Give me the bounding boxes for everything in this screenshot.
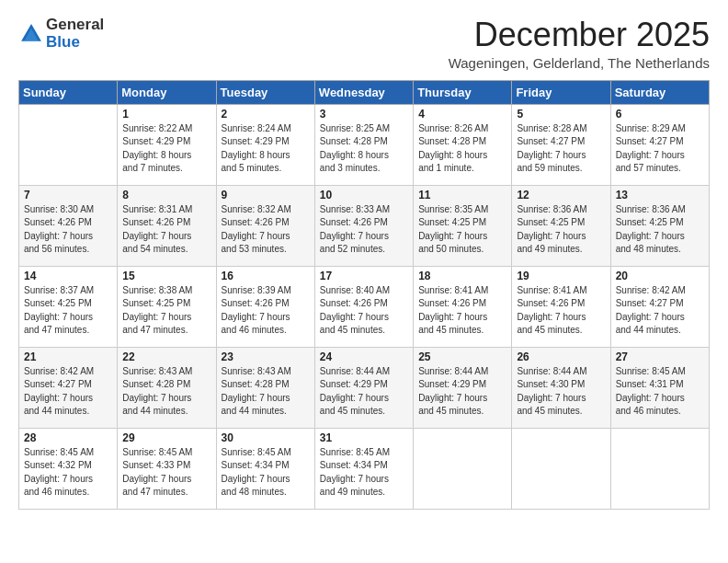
day-number: 18 bbox=[418, 270, 506, 282]
day-info: Sunrise: 8:29 AM Sunset: 4:27 PM Dayligh… bbox=[616, 122, 704, 176]
table-row: 21Sunrise: 8:42 AM Sunset: 4:27 PM Dayli… bbox=[19, 347, 118, 428]
day-number: 25 bbox=[418, 350, 506, 363]
day-number: 7 bbox=[24, 189, 112, 201]
day-info: Sunrise: 8:36 AM Sunset: 4:25 PM Dayligh… bbox=[616, 203, 704, 257]
day-number: 26 bbox=[517, 350, 605, 363]
day-number: 13 bbox=[616, 189, 704, 201]
day-number: 2 bbox=[222, 108, 310, 121]
day-info: Sunrise: 8:22 AM Sunset: 4:29 PM Dayligh… bbox=[122, 122, 210, 176]
calendar-week-row: 7Sunrise: 8:30 AM Sunset: 4:26 PM Daylig… bbox=[19, 185, 710, 266]
col-saturday: Saturday bbox=[610, 80, 709, 104]
day-info: Sunrise: 8:24 AM Sunset: 4:29 PM Dayligh… bbox=[222, 122, 310, 176]
table-row: 28Sunrise: 8:45 AM Sunset: 4:32 PM Dayli… bbox=[19, 428, 118, 509]
day-info: Sunrise: 8:41 AM Sunset: 4:26 PM Dayligh… bbox=[517, 284, 605, 338]
col-sunday: Sunday bbox=[19, 80, 118, 104]
day-number: 9 bbox=[222, 189, 310, 201]
table-row: 13Sunrise: 8:36 AM Sunset: 4:25 PM Dayli… bbox=[610, 185, 709, 266]
day-number: 5 bbox=[517, 108, 605, 121]
table-row: 3Sunrise: 8:25 AM Sunset: 4:28 PM Daylig… bbox=[314, 104, 413, 185]
day-info: Sunrise: 8:37 AM Sunset: 4:25 PM Dayligh… bbox=[24, 284, 112, 338]
table-row: 20Sunrise: 8:42 AM Sunset: 4:27 PM Dayli… bbox=[610, 266, 709, 347]
table-row: 4Sunrise: 8:26 AM Sunset: 4:28 PM Daylig… bbox=[414, 104, 512, 185]
day-info: Sunrise: 8:44 AM Sunset: 4:30 PM Dayligh… bbox=[517, 365, 605, 419]
day-info: Sunrise: 8:44 AM Sunset: 4:29 PM Dayligh… bbox=[320, 365, 408, 419]
day-number: 4 bbox=[418, 108, 506, 121]
day-number: 20 bbox=[616, 270, 704, 282]
table-row: 31Sunrise: 8:45 AM Sunset: 4:34 PM Dayli… bbox=[314, 428, 413, 509]
table-row: 30Sunrise: 8:45 AM Sunset: 4:34 PM Dayli… bbox=[216, 428, 314, 509]
title-block: December 2025 Wageningen, Gelderland, Th… bbox=[449, 17, 710, 71]
table-row: 9Sunrise: 8:32 AM Sunset: 4:26 PM Daylig… bbox=[216, 185, 314, 266]
table-row: 2Sunrise: 8:24 AM Sunset: 4:29 PM Daylig… bbox=[216, 104, 314, 185]
day-info: Sunrise: 8:38 AM Sunset: 4:25 PM Dayligh… bbox=[122, 284, 210, 338]
table-row bbox=[610, 428, 709, 509]
day-info: Sunrise: 8:45 AM Sunset: 4:34 PM Dayligh… bbox=[222, 446, 310, 500]
day-number: 21 bbox=[24, 350, 112, 363]
calendar-week-row: 1Sunrise: 8:22 AM Sunset: 4:29 PM Daylig… bbox=[19, 104, 710, 185]
day-number: 14 bbox=[24, 270, 112, 282]
day-info: Sunrise: 8:39 AM Sunset: 4:26 PM Dayligh… bbox=[222, 284, 310, 338]
day-number: 28 bbox=[24, 431, 112, 444]
col-friday: Friday bbox=[512, 80, 610, 104]
table-row: 5Sunrise: 8:28 AM Sunset: 4:27 PM Daylig… bbox=[512, 104, 610, 185]
day-info: Sunrise: 8:32 AM Sunset: 4:26 PM Dayligh… bbox=[222, 203, 310, 257]
day-number: 27 bbox=[616, 350, 704, 363]
table-row: 27Sunrise: 8:45 AM Sunset: 4:31 PM Dayli… bbox=[610, 347, 709, 428]
table-row: 1Sunrise: 8:22 AM Sunset: 4:29 PM Daylig… bbox=[118, 104, 216, 185]
day-info: Sunrise: 8:44 AM Sunset: 4:29 PM Dayligh… bbox=[418, 365, 506, 419]
day-info: Sunrise: 8:28 AM Sunset: 4:27 PM Dayligh… bbox=[517, 122, 605, 176]
day-number: 10 bbox=[320, 189, 408, 201]
table-row: 18Sunrise: 8:41 AM Sunset: 4:26 PM Dayli… bbox=[414, 266, 512, 347]
day-number: 16 bbox=[222, 270, 310, 282]
calendar-week-row: 14Sunrise: 8:37 AM Sunset: 4:25 PM Dayli… bbox=[19, 266, 710, 347]
calendar: Sunday Monday Tuesday Wednesday Thursday… bbox=[18, 80, 710, 510]
logo-blue-text: Blue bbox=[46, 34, 104, 52]
day-info: Sunrise: 8:41 AM Sunset: 4:26 PM Dayligh… bbox=[418, 284, 506, 338]
header: General Blue December 2025 Wageningen, G… bbox=[18, 17, 710, 71]
table-row: 7Sunrise: 8:30 AM Sunset: 4:26 PM Daylig… bbox=[19, 185, 118, 266]
page: General Blue December 2025 Wageningen, G… bbox=[0, 0, 728, 563]
day-number: 31 bbox=[320, 431, 408, 444]
day-info: Sunrise: 8:43 AM Sunset: 4:28 PM Dayligh… bbox=[122, 365, 210, 419]
day-info: Sunrise: 8:33 AM Sunset: 4:26 PM Dayligh… bbox=[320, 203, 408, 257]
day-number: 30 bbox=[222, 431, 310, 444]
day-info: Sunrise: 8:35 AM Sunset: 4:25 PM Dayligh… bbox=[418, 203, 506, 257]
day-number: 1 bbox=[122, 108, 210, 121]
table-row bbox=[414, 428, 512, 509]
table-row bbox=[19, 104, 118, 185]
col-thursday: Thursday bbox=[414, 80, 512, 104]
table-row: 25Sunrise: 8:44 AM Sunset: 4:29 PM Dayli… bbox=[414, 347, 512, 428]
table-row: 6Sunrise: 8:29 AM Sunset: 4:27 PM Daylig… bbox=[610, 104, 709, 185]
day-number: 3 bbox=[320, 108, 408, 121]
logo-general-text: General bbox=[46, 17, 104, 34]
day-info: Sunrise: 8:30 AM Sunset: 4:26 PM Dayligh… bbox=[24, 203, 112, 257]
table-row: 15Sunrise: 8:38 AM Sunset: 4:25 PM Dayli… bbox=[118, 266, 216, 347]
table-row: 22Sunrise: 8:43 AM Sunset: 4:28 PM Dayli… bbox=[118, 347, 216, 428]
day-number: 8 bbox=[122, 189, 210, 201]
day-number: 29 bbox=[122, 431, 210, 444]
table-row: 10Sunrise: 8:33 AM Sunset: 4:26 PM Dayli… bbox=[314, 185, 413, 266]
day-number: 23 bbox=[222, 350, 310, 363]
table-row: 23Sunrise: 8:43 AM Sunset: 4:28 PM Dayli… bbox=[216, 347, 314, 428]
day-info: Sunrise: 8:45 AM Sunset: 4:31 PM Dayligh… bbox=[616, 365, 704, 419]
table-row bbox=[512, 428, 610, 509]
col-wednesday: Wednesday bbox=[314, 80, 413, 104]
location: Wageningen, Gelderland, The Netherlands bbox=[449, 55, 710, 71]
day-info: Sunrise: 8:45 AM Sunset: 4:32 PM Dayligh… bbox=[24, 446, 112, 500]
table-row: 24Sunrise: 8:44 AM Sunset: 4:29 PM Dayli… bbox=[314, 347, 413, 428]
day-info: Sunrise: 8:25 AM Sunset: 4:28 PM Dayligh… bbox=[320, 122, 408, 176]
table-row: 26Sunrise: 8:44 AM Sunset: 4:30 PM Dayli… bbox=[512, 347, 610, 428]
day-number: 6 bbox=[616, 108, 704, 121]
day-info: Sunrise: 8:31 AM Sunset: 4:26 PM Dayligh… bbox=[122, 203, 210, 257]
day-info: Sunrise: 8:42 AM Sunset: 4:27 PM Dayligh… bbox=[616, 284, 704, 338]
col-monday: Monday bbox=[118, 80, 216, 104]
month-title: December 2025 bbox=[449, 17, 710, 53]
logo: General Blue bbox=[18, 17, 104, 51]
day-info: Sunrise: 8:45 AM Sunset: 4:34 PM Dayligh… bbox=[320, 446, 408, 500]
calendar-header-row: Sunday Monday Tuesday Wednesday Thursday… bbox=[19, 80, 710, 104]
day-number: 22 bbox=[122, 350, 210, 363]
table-row: 17Sunrise: 8:40 AM Sunset: 4:26 PM Dayli… bbox=[314, 266, 413, 347]
day-info: Sunrise: 8:42 AM Sunset: 4:27 PM Dayligh… bbox=[24, 365, 112, 419]
table-row: 29Sunrise: 8:45 AM Sunset: 4:33 PM Dayli… bbox=[118, 428, 216, 509]
day-number: 24 bbox=[320, 350, 408, 363]
